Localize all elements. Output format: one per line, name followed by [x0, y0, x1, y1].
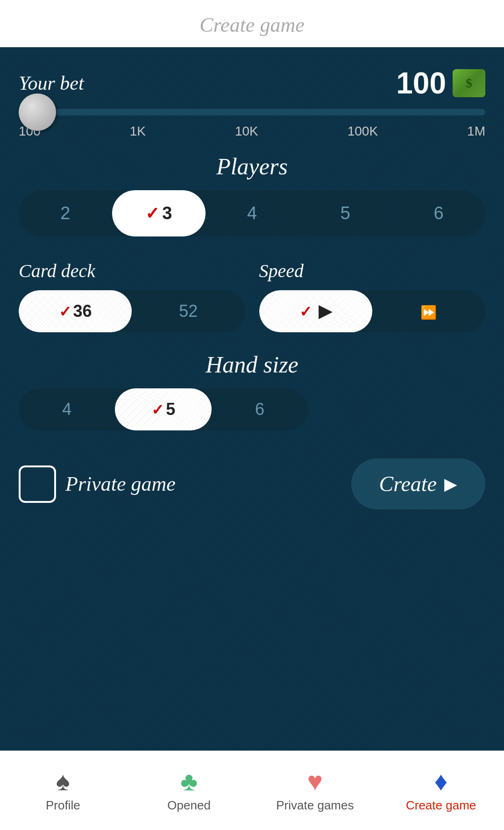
nav-label-opened: Opened: [167, 798, 211, 813]
deck-option-36[interactable]: ✓36: [19, 290, 132, 332]
private-game-group: Private game: [19, 465, 176, 503]
create-button-arrow-icon: ▶: [444, 474, 457, 494]
nav-item-profile[interactable]: ♠ Profile: [0, 751, 126, 830]
main-content: Your bet 100 $ 100 1K 10K 100K 1M: [0, 47, 504, 751]
slider-label-1k: 1K: [130, 124, 146, 139]
bet-amount-group: 100 $: [396, 66, 485, 100]
hand-size-section: Hand size ✓4 ✓5 ✓6: [19, 351, 485, 430]
card-deck-title: Card deck: [19, 260, 245, 282]
player-option-5[interactable]: ✓5: [298, 190, 392, 236]
nav-item-private[interactable]: ♥ Private games: [252, 751, 378, 830]
slider-label-100k: 100K: [348, 124, 378, 139]
money-icon-inner: $: [453, 69, 485, 97]
deck-option-52[interactable]: ✓52: [132, 290, 245, 332]
private-game-label: Private game: [65, 472, 176, 496]
speed-option-normal[interactable]: ✓ ▶: [259, 290, 372, 332]
private-game-checkbox[interactable]: [19, 465, 56, 503]
bottom-nav: ♠ Profile ♣ Opened ♥ Private games ♦ Cre…: [0, 751, 504, 830]
nav-label-private: Private games: [276, 798, 354, 813]
spade-icon: ♠: [56, 768, 70, 794]
nav-item-opened[interactable]: ♣ Opened: [126, 751, 252, 830]
bet-section: Your bet 100 $ 100 1K 10K 100K 1M: [19, 66, 485, 139]
bet-amount: 100: [396, 66, 446, 100]
heart-icon: ♥: [307, 768, 323, 794]
page-title: Create game: [0, 0, 504, 47]
bet-label: Your bet: [19, 72, 84, 94]
nav-label-profile: Profile: [46, 798, 80, 813]
hand-size-title: Hand size: [19, 351, 485, 378]
player-option-2[interactable]: ✓2: [19, 190, 112, 236]
speed-options: ✓ ▶ ✓ ⏩: [259, 290, 486, 332]
speed-col: Speed ✓ ▶ ✓ ⏩: [259, 260, 486, 332]
bet-header: Your bet 100 $: [19, 66, 485, 100]
play-icon: ▶: [319, 301, 332, 321]
hand-option-6[interactable]: ✓6: [212, 388, 308, 430]
hand-size-options: ✓4 ✓5 ✓6: [19, 388, 308, 430]
player-option-3[interactable]: ✓3: [112, 190, 206, 236]
slider-track: [19, 109, 485, 115]
money-icon: $: [453, 69, 485, 97]
create-game-button[interactable]: Create ▶: [351, 458, 486, 509]
speed-title: Speed: [259, 260, 486, 282]
players-title: Players: [19, 153, 485, 180]
create-button-label: Create: [379, 472, 437, 496]
hand-option-5[interactable]: ✓5: [115, 388, 211, 430]
slider-label-10k: 10K: [235, 124, 258, 139]
slider-label-1m: 1M: [467, 124, 485, 139]
deck-options: ✓36 ✓52: [19, 290, 245, 332]
nav-item-create[interactable]: ♦ Create game: [378, 751, 504, 830]
club-icon: ♣: [180, 768, 198, 794]
players-options: ✓2 ✓3 ✓4 ✓5 ✓6: [19, 190, 485, 236]
bottom-actions: Private game Create ▶: [19, 458, 485, 509]
fast-forward-icon: ⏩: [420, 305, 437, 320]
deck-speed-section: Card deck ✓36 ✓52 Speed ✓ ▶ ✓ ⏩: [19, 260, 485, 332]
hand-option-4[interactable]: ✓4: [19, 388, 115, 430]
card-deck-col: Card deck ✓36 ✓52: [19, 260, 245, 332]
slider-labels: 100 1K 10K 100K 1M: [19, 124, 485, 139]
diamond-icon: ♦: [434, 768, 448, 794]
speed-option-fast[interactable]: ✓ ⏩: [372, 290, 485, 332]
player-option-6[interactable]: ✓6: [392, 190, 485, 236]
bet-slider[interactable]: [19, 109, 485, 115]
nav-label-create: Create game: [406, 798, 476, 813]
players-section: Players ✓2 ✓3 ✓4 ✓5 ✓6: [19, 153, 485, 241]
slider-thumb[interactable]: [19, 93, 56, 131]
player-option-4[interactable]: ✓4: [206, 190, 299, 236]
